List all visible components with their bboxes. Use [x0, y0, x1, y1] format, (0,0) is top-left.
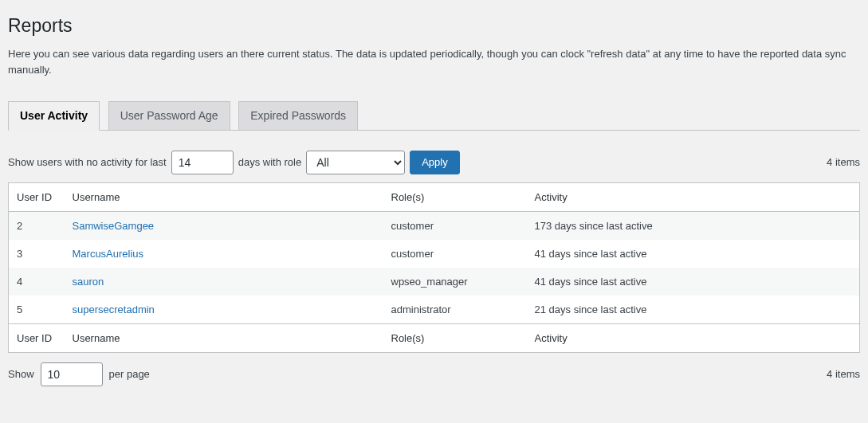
page-title: Reports [8, 8, 860, 40]
tabs: User Activity User Password Age Expired … [8, 93, 860, 131]
filter-bar: Show users with no activity for last day… [8, 151, 860, 174]
cell-user-id: 3 [9, 240, 65, 268]
cell-activity: 21 days since last active [527, 296, 860, 324]
username-link[interactable]: SamwiseGamgee [73, 220, 155, 232]
cell-activity: 41 days since last active [527, 268, 860, 296]
cell-user-id: 4 [9, 268, 65, 296]
filter-prefix-label: Show users with no activity for last [8, 156, 167, 168]
table-row: 3 MarcusAurelius customer 41 days since … [9, 240, 860, 268]
col-header-username: Username [65, 182, 383, 211]
items-count-top: 4 items [827, 156, 860, 168]
tab-expired-passwords[interactable]: Expired Passwords [238, 101, 358, 130]
user-activity-table: User ID Username Role(s) Activity 2 Samw… [8, 182, 860, 353]
col-footer-username: Username [65, 323, 383, 352]
table-header-row: User ID Username Role(s) Activity [9, 182, 860, 211]
tab-user-activity[interactable]: User Activity [8, 101, 100, 131]
col-footer-user-id: User ID [9, 323, 65, 352]
table-row: 2 SamwiseGamgee customer 173 days since … [9, 211, 860, 240]
cell-roles: wpseo_manager [383, 268, 527, 296]
cell-roles: customer [383, 240, 527, 268]
cell-user-id: 5 [9, 296, 65, 324]
items-count-bottom: 4 items [827, 368, 860, 380]
cell-roles: administrator [383, 296, 527, 324]
role-select[interactable]: All [306, 151, 405, 174]
show-label: Show [8, 368, 34, 380]
col-header-roles: Role(s) [383, 182, 527, 211]
table-row: 4 sauron wpseo_manager 41 days since las… [9, 268, 860, 296]
col-header-activity: Activity [527, 182, 860, 211]
username-link[interactable]: sauron [73, 276, 104, 288]
username-link[interactable]: MarcusAurelius [73, 248, 144, 260]
per-page-input[interactable] [41, 362, 103, 386]
cell-activity: 41 days since last active [527, 240, 860, 268]
per-page-label: per page [109, 368, 150, 380]
page-intro: Here you can see various data regarding … [8, 46, 860, 77]
cell-activity: 173 days since last active [527, 211, 860, 240]
col-header-user-id: User ID [9, 182, 65, 211]
table-footer-row: User ID Username Role(s) Activity [9, 323, 860, 352]
pager-bar: Show per page 4 items [8, 362, 860, 386]
table-row: 5 supersecretadmin administrator 21 days… [9, 296, 860, 324]
filter-mid-label: days with role [238, 156, 301, 168]
apply-button[interactable]: Apply [410, 151, 460, 174]
col-footer-activity: Activity [527, 323, 860, 352]
cell-roles: customer [383, 211, 527, 240]
cell-user-id: 2 [9, 211, 65, 240]
tab-user-password-age[interactable]: User Password Age [108, 101, 230, 130]
days-input[interactable] [171, 151, 234, 174]
username-link[interactable]: supersecretadmin [73, 304, 155, 315]
col-footer-roles: Role(s) [383, 323, 527, 352]
